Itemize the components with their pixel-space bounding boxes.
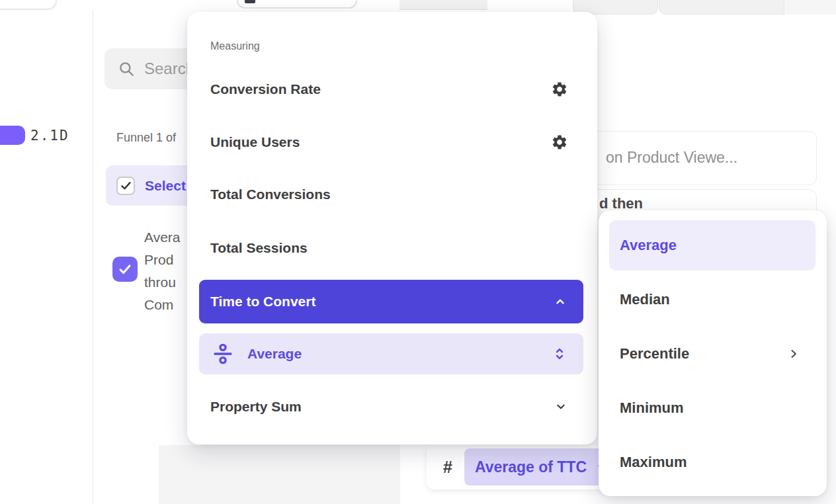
submenu-item-label: Minimum bbox=[620, 399, 684, 417]
menu-item-label: Average bbox=[247, 346, 552, 362]
menu-item-label: Property Sum bbox=[210, 399, 302, 415]
menu-item-total-sessions[interactable]: Total Sessions bbox=[187, 222, 597, 274]
search-icon bbox=[118, 60, 135, 77]
event-card-label: on Product Viewe... bbox=[606, 149, 737, 167]
division-icon bbox=[212, 343, 234, 365]
background-card-corner bbox=[0, 0, 57, 10]
chip-label: Average of TTC bbox=[475, 458, 587, 476]
menu-item-conversion-rate[interactable]: Conversion Rate bbox=[187, 63, 597, 116]
app-canvas: 2.1D Search Funnel 1 of Select Avera Pro… bbox=[0, 0, 836, 504]
checkmark-icon bbox=[120, 179, 132, 192]
funnel-header: Funnel 1 of bbox=[116, 131, 176, 145]
toolbar-fragment bbox=[237, 0, 357, 9]
canvas-gray-strip bbox=[159, 445, 400, 504]
gear-icon[interactable] bbox=[551, 134, 568, 151]
funnel-bar-segment bbox=[0, 126, 25, 145]
checkmark-icon bbox=[118, 262, 132, 276]
menu-item-ttc-average[interactable]: Average bbox=[199, 333, 583, 374]
toolbar-segment-right-light bbox=[784, 0, 836, 15]
submenu-item-maximum[interactable]: Maximum bbox=[599, 436, 827, 489]
submenu-item-average[interactable]: Average bbox=[609, 220, 815, 271]
menu-item-total-conversions[interactable]: Total Conversions bbox=[187, 168, 597, 221]
chevron-up-icon bbox=[553, 294, 567, 309]
menu-item-label: Time to Convert bbox=[210, 294, 315, 310]
submenu-item-label: Maximum bbox=[620, 454, 687, 471]
measuring-dropdown: Measuring Conversion Rate Unique Users T… bbox=[187, 12, 597, 444]
step-description: Avera Prod throu Com bbox=[144, 226, 188, 316]
toolbar-segment-left bbox=[399, 0, 487, 10]
menu-item-label: Conversion Rate bbox=[210, 81, 321, 97]
metric-value-label: 2.1D bbox=[30, 126, 69, 145]
menu-item-label: Total Conversions bbox=[210, 187, 331, 202]
submenu-item-label: Percentile bbox=[620, 345, 689, 362]
select-label: Select bbox=[145, 178, 186, 194]
unfold-more-icon bbox=[552, 346, 567, 362]
step-checkbox[interactable] bbox=[112, 257, 138, 282]
menu-item-time-to-convert[interactable]: Time to Convert bbox=[199, 280, 583, 323]
numeric-type-symbol: # bbox=[443, 458, 452, 477]
submenu-item-label: Median bbox=[620, 291, 670, 308]
submenu-item-median[interactable]: Median bbox=[599, 273, 827, 326]
menu-item-unique-users[interactable]: Unique Users bbox=[187, 116, 597, 169]
chevron-down-icon bbox=[554, 399, 568, 414]
checkbox-checked[interactable] bbox=[116, 177, 135, 195]
submenu-item-label: Average bbox=[620, 237, 677, 254]
panel-divider bbox=[93, 10, 93, 504]
submenu-item-percentile[interactable]: Percentile bbox=[599, 327, 827, 380]
toolbar-segment-right bbox=[659, 0, 836, 15]
chevron-right-icon bbox=[787, 347, 800, 360]
submenu-item-minimum[interactable]: Minimum bbox=[599, 382, 827, 435]
toolbar-glyph-icon bbox=[245, 0, 255, 3]
menu-item-label: Total Sessions bbox=[210, 240, 308, 256]
menu-item-label: Unique Users bbox=[210, 134, 300, 150]
menu-item-property-sum[interactable]: Property Sum bbox=[187, 380, 597, 433]
measuring-header: Measuring bbox=[210, 40, 260, 52]
aggregation-dropdown: Average Median Percentile Minimum Maximu… bbox=[599, 210, 827, 496]
gear-icon[interactable] bbox=[551, 81, 568, 98]
